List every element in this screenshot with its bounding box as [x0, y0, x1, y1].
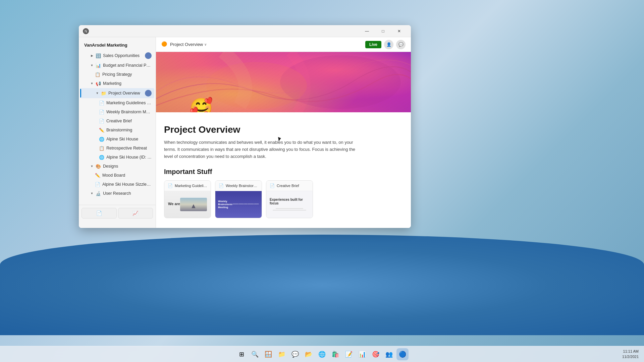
preview-title: Experiences built for focus: [270, 198, 309, 205]
preview-title: Weekly Brainstorm Meeting: [218, 200, 232, 209]
preview-bar: [238, 203, 244, 204]
card-preview: Experiences built for focus: [266, 191, 313, 218]
sidebar-item-budget[interactable]: ▼ 📊 Budget and Financial Projection: [80, 61, 154, 70]
sidebar-item-weekly-brainstorm[interactable]: 📄 Weekly Brainstorm Meeting: [80, 108, 154, 116]
app-window: N — □ ✕ VanArsdel Marketing ▶ 🔢 Sales Op…: [79, 25, 411, 228]
close-button[interactable]: ✕: [391, 26, 407, 37]
content-area: Project Overview When technology communi…: [156, 112, 411, 224]
sidebar-item-retrospective[interactable]: 📋 Retrospective Retreat: [80, 144, 154, 153]
nav-icon-cb: 📄: [99, 118, 104, 124]
card-title: Marketing Guidelines f...: [175, 184, 207, 188]
workspace-title: VanArsdel Marketing: [79, 40, 156, 50]
taskbar-chat-button[interactable]: 💬: [289, 348, 301, 360]
sidebar-item-alpine-sizzle[interactable]: 📄 Alpine Ski House Sizzle Re...: [80, 180, 154, 189]
sidebar-item-sales-opportunities[interactable]: ▶ 🔢 Sales Opportunities: [80, 51, 154, 61]
section-title: Important Stuff: [164, 168, 403, 176]
taskbar-teams-button[interactable]: 👥: [383, 348, 395, 360]
nav-icon-designs: 🎨: [96, 164, 101, 169]
taskbar-powerpoint-button[interactable]: 🎯: [370, 348, 382, 360]
card-header: 📄 Weekly Brainstorm Me...: [215, 181, 262, 191]
taskbar-store-button[interactable]: 🛍️: [329, 348, 341, 360]
taskbar-right: 11:11 AM 11/2/2021: [622, 349, 639, 359]
sidebar-bottom: 📄 📈: [79, 205, 156, 221]
sidebar-item-creative-brief[interactable]: 📄 Creative Brief: [80, 117, 154, 125]
desktop-shape: [0, 235, 644, 335]
sidebar-item-brainstorming[interactable]: ✏️ Brainstorming: [80, 126, 154, 134]
sidebar-item-project-overview[interactable]: ▼ 📁 Project Overview: [80, 88, 154, 98]
pages-button[interactable]: 📄: [82, 208, 117, 219]
sidebar-item-marketing[interactable]: ▼ 📢 Marketing: [80, 79, 154, 88]
minimize-button[interactable]: —: [359, 26, 375, 37]
avatar: [145, 52, 152, 59]
page-title: Project Overview: [164, 124, 403, 135]
taskbar-files-button[interactable]: 📁: [276, 348, 288, 360]
nav-label: Marketing: [103, 81, 152, 86]
chevron-icon: ▼: [90, 63, 94, 68]
nav-label: User Research: [103, 191, 152, 196]
card-marketing-guidelines[interactable]: 📄 Marketing Guidelines f... We are: [164, 180, 211, 218]
sidebar-item-mood-board[interactable]: ✏️ Mood Board: [80, 171, 154, 180]
sidebar-item-marketing-guidelines[interactable]: 📄 Marketing Guidelines for V...: [80, 99, 154, 107]
comment-icon-button[interactable]: 💬: [396, 40, 406, 49]
title-bar: N — □ ✕: [79, 25, 411, 37]
card-icon: 📄: [168, 183, 173, 188]
sidebar-item-user-research[interactable]: ▼ 🔬 User Research: [80, 189, 154, 198]
user-icon-button[interactable]: 👤: [384, 40, 393, 49]
taskbar-word-button[interactable]: 📝: [343, 348, 355, 360]
taskbar-excel-button[interactable]: 📊: [356, 348, 368, 360]
card-weekly-brainstorm[interactable]: 📄 Weekly Brainstorm Me... Weekly Brainst…: [215, 180, 262, 218]
taskbar-time: 11:11 AM 11/2/2021: [622, 349, 639, 359]
sidebar-item-alpine-ski-id[interactable]: 🌐 Alpine Ski House (ID: 487...: [80, 153, 154, 162]
sidebar-item-alpine-ski[interactable]: 🌐 Alpine Ski House: [80, 135, 154, 143]
card-creative-brief[interactable]: 📄 Creative Brief Experiences built for f…: [266, 180, 313, 218]
nav-label: Pricing Strategy: [102, 72, 152, 77]
breadcrumb-text: Project Overview: [170, 42, 203, 47]
taskbar-explorer-button[interactable]: 📂: [303, 348, 315, 360]
nav-icon-project: 📁: [101, 90, 106, 96]
preview-bar: [248, 203, 254, 204]
nav-label: Mood Board: [102, 173, 152, 178]
chevron-icon: ▶: [90, 53, 94, 58]
nav-label: Retrospective Retreat: [106, 146, 152, 150]
taskbar-search-button[interactable]: 🔍: [249, 348, 261, 360]
activity-button[interactable]: 📈: [118, 208, 153, 219]
taskbar-app-button[interactable]: 🔵: [396, 348, 409, 360]
nav-label: Designs: [103, 164, 152, 169]
sidebar-item-designs[interactable]: ▼ 🎨 Designs: [80, 162, 154, 171]
nav-icon-alpine: 🌐: [99, 136, 104, 142]
chevron-icon: ▼: [90, 164, 94, 169]
taskbar-taskview-button[interactable]: 🪟: [262, 348, 274, 360]
breadcrumb-arrow[interactable]: ∨: [204, 43, 207, 46]
avatar: [145, 90, 152, 97]
nav-label: Alpine Ski House (ID: 487...: [106, 155, 152, 160]
live-button[interactable]: Live: [365, 41, 381, 48]
app-icon: N: [83, 28, 89, 34]
breadcrumb-icon: 🟠: [161, 41, 168, 48]
card-preview: We are: [164, 191, 211, 218]
main-content: 🟠 Project Overview ∨ Live 👤 💬: [156, 37, 411, 228]
preview-bar: [244, 203, 248, 204]
page-description: When technology communicates and behaves…: [164, 139, 359, 160]
topbar-right: Live 👤 💬: [365, 40, 406, 49]
preview-bar: [232, 203, 238, 204]
preview-line: [273, 210, 306, 210]
maximize-button[interactable]: □: [375, 26, 391, 37]
taskbar-start-button[interactable]: ⊞: [235, 348, 248, 360]
hero-section: 🥰: [156, 52, 411, 112]
nav-icon-sales: 🔢: [96, 53, 101, 58]
nav-icon-pricing: 📋: [95, 72, 100, 77]
preview-image: [180, 198, 207, 211]
nav-icon-budget: 📊: [96, 63, 101, 68]
sidebar: VanArsdel Marketing ▶ 🔢 Sales Opportunit…: [79, 37, 156, 228]
nav-icon-retro: 📋: [99, 145, 104, 151]
nav-label: Budget and Financial Projection: [103, 63, 152, 68]
card-title: Creative Brief: [277, 184, 299, 188]
nav-label: Alpine Ski House: [106, 137, 152, 141]
taskbar-edge-button[interactable]: 🌐: [316, 348, 328, 360]
nav-label: Project Overview: [108, 91, 145, 96]
sidebar-item-pricing[interactable]: 📋 Pricing Strategy: [80, 70, 154, 79]
nav-icon-user-research: 🔬: [96, 191, 101, 196]
nav-icon-alpine-id: 🌐: [99, 155, 104, 160]
nav-label: Marketing Guidelines for V...: [106, 101, 152, 105]
chevron-icon: ▼: [90, 81, 94, 86]
